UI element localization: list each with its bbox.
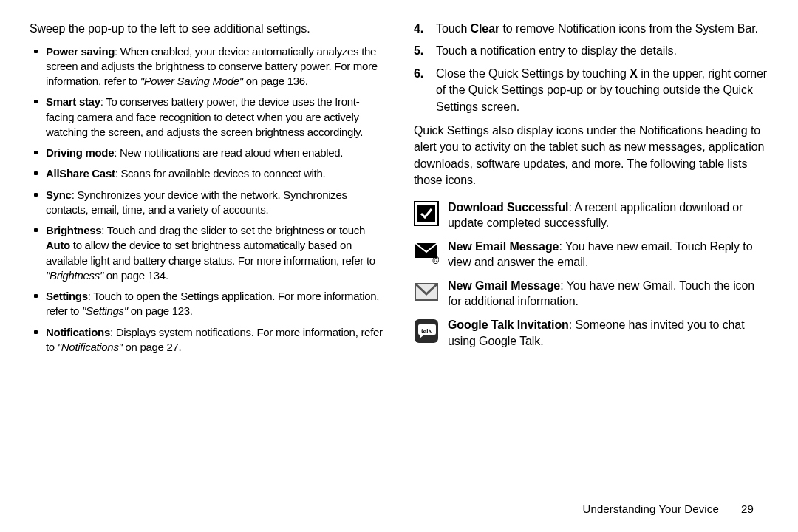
intro-text: Sweep the pop-up to the left to see addi… [30,21,384,37]
list-item: Driving mode: New notifications are read… [30,146,384,160]
quick-settings-paragraph: Quick Settings also display icons under … [414,123,768,189]
table-row: New Gmail Message: You have new Gmail. T… [414,278,768,310]
talk-icon: talk [414,318,439,344]
list-item: 5. Touch a notification entry to display… [414,43,768,59]
list-item: Settings: Touch to open the Settings app… [30,289,384,319]
list-item: Notifications: Displays system notificat… [30,325,384,355]
list-item: Brightness: Touch and drag the slider to… [30,223,384,283]
page-footer: Understanding Your Device 29 [0,502,798,515]
section-title: Understanding Your Device [583,502,719,515]
steps-list: 4. Touch Clear to remove Notification ic… [414,21,768,115]
list-item: AllShare Cast: Scans for available devic… [30,166,384,181]
icon-description: Download Successful: A recent applicatio… [448,200,768,231]
page-body: Sweep the pop-up to the left to see addi… [0,0,798,502]
list-item: 6. Close the Quick Settings by touching … [414,66,768,115]
settings-bullet-list: Power saving: When enabled, your device … [30,44,384,355]
list-item: Sync: Synchronizes your device with the … [30,188,384,218]
right-column: 4. Touch Clear to remove Notification ic… [399,21,768,502]
list-item: 4. Touch Clear to remove Notification ic… [414,21,768,37]
icon-description: New Gmail Message: You have new Gmail. T… [448,278,768,310]
download-success-icon [414,201,439,226]
table-row: talk Google Talk Invitation: Someone has… [414,317,768,349]
gmail-icon [414,279,439,304]
svg-text:@: @ [432,256,439,264]
table-row: @ New Email Message: You have new email.… [414,239,768,270]
icon-description: Google Talk Invitation: Someone has invi… [448,317,768,349]
svg-text:talk: talk [421,327,432,334]
left-column: Sweep the pop-up to the left to see addi… [30,21,399,502]
page-number: 29 [741,502,754,515]
list-item: Smart stay: To conserves battery power, … [30,95,384,140]
list-item: Power saving: When enabled, your device … [30,44,384,89]
email-icon: @ [414,240,439,265]
icon-description: New Email Message: You have new email. T… [448,239,768,270]
table-row: Download Successful: A recent applicatio… [414,200,768,231]
svg-rect-1 [417,205,435,222]
